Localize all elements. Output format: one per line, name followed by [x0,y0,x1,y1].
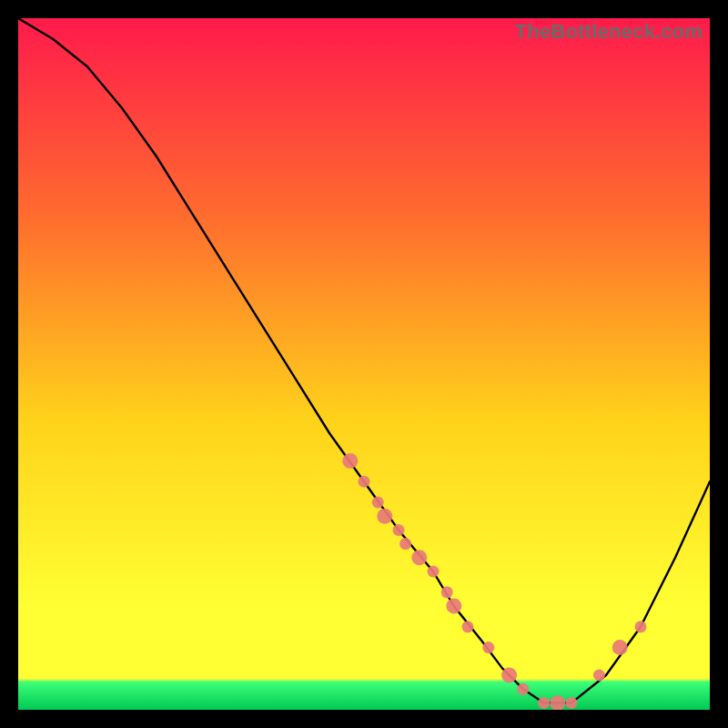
marker-dot [517,683,529,695]
marker-dot [446,599,461,614]
watermark-text: TheBottleneck.com [515,20,703,44]
marker-dot [462,621,474,632]
marker-dot [593,670,605,682]
marker-dot [372,497,384,509]
marker-dot [377,509,392,524]
marker-dot [393,524,405,536]
gradient-background [18,18,710,710]
marker-dot [411,550,427,565]
marker-dot [635,621,647,632]
marker-dot [538,697,550,709]
marker-dot [501,668,517,683]
marker-dot [441,586,453,598]
chart-svg [18,18,710,710]
chart-frame: TheBottleneck.com [18,18,710,710]
marker-dot [612,640,628,655]
marker-dot [428,566,440,578]
marker-dot [566,697,578,709]
marker-dot [359,476,370,488]
marker-dot [399,538,411,550]
marker-dot [342,453,358,469]
marker-dot [482,642,494,653]
